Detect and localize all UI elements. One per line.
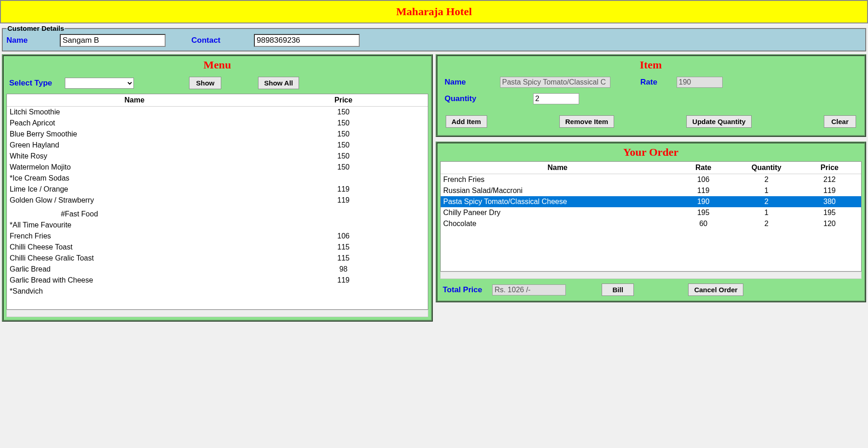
customer-contact-input[interactable] [254, 34, 360, 47]
app-title-bar: Maharaja Hotel [0, 0, 868, 23]
menu-row[interactable]: *Sandvich [7, 286, 428, 297]
customer-contact-label: Contact [191, 36, 247, 45]
menu-row[interactable]: Green Hayland150 [7, 140, 428, 151]
order-col-rate: Rate [672, 164, 735, 172]
menu-row-price: 115 [259, 254, 428, 262]
cancel-order-button[interactable]: Cancel Order [688, 284, 743, 296]
order-hscroll[interactable] [440, 272, 862, 279]
order-col-name: Name [441, 164, 672, 172]
order-grid-header: Name Rate Quantity Price [441, 162, 862, 174]
select-type-dropdown[interactable] [65, 78, 134, 89]
total-price-field: Rs. 1026 /- [492, 284, 566, 295]
menu-row[interactable]: Blue Berry Smoothie150 [7, 129, 428, 140]
menu-row-price: 150 [259, 163, 428, 171]
menu-row-price: 119 [259, 196, 428, 204]
order-row[interactable]: Chocolate602120 [441, 218, 862, 229]
menu-row[interactable]: Garlic Bread98 [7, 264, 428, 275]
menu-row-name: French Fries [7, 232, 259, 240]
add-item-button[interactable]: Add Item [446, 115, 487, 128]
menu-row[interactable]: French Fries106 [7, 231, 428, 242]
order-row[interactable]: Russian Salad/Maccroni1191119 [441, 185, 862, 196]
item-name-label: Name [445, 78, 491, 87]
menu-row-price [259, 174, 428, 182]
menu-row-name: Watermelon Mojito [7, 163, 259, 171]
menu-row-name: Peach Apricot [7, 119, 259, 127]
item-panel: Item Name Pasta Spicy Tomato/Classical C… [436, 54, 867, 137]
order-row-rate: 195 [672, 209, 735, 217]
item-rate-label: Rate [631, 78, 667, 87]
menu-row-name: *Sandvich [7, 287, 259, 295]
menu-row-name: Litchi Smoothie [7, 108, 259, 116]
bill-button[interactable]: Bill [602, 284, 634, 296]
item-rate-field: 190 [677, 77, 723, 88]
menu-row-name: *All Time Favourite [7, 221, 259, 229]
menu-row-price: 150 [259, 130, 428, 138]
menu-row[interactable]: #Fast Food [7, 209, 428, 220]
menu-row-name: Chilli Cheese Toast [7, 243, 259, 251]
update-quantity-button[interactable]: Update Quantity [686, 115, 752, 128]
order-row-name: Chilly Paneer Dry [441, 209, 672, 217]
menu-row-name: #Fast Food [7, 210, 259, 218]
menu-row-price: 98 [259, 265, 428, 273]
item-quantity-input[interactable] [533, 93, 579, 104]
order-row-price: 212 [798, 176, 861, 184]
menu-row[interactable]: Lime Ice / Orange119 [7, 184, 428, 195]
menu-col-name: Name [7, 96, 259, 104]
order-row-rate: 119 [672, 187, 735, 195]
menu-row-name: Lime Ice / Orange [7, 185, 259, 193]
menu-row-price: 119 [259, 185, 428, 193]
total-price-label: Total Price [443, 285, 483, 295]
menu-row[interactable]: *All Time Favourite [7, 220, 428, 231]
order-row-name: French Fries [441, 176, 672, 184]
menu-row-price: 119 [259, 276, 428, 284]
order-row-price: 380 [798, 198, 861, 206]
menu-row-name: Chilli Cheese Gralic Toast [7, 254, 259, 262]
menu-row-name: White Rosy [7, 152, 259, 160]
menu-row-name: Garlic Bread [7, 265, 259, 273]
menu-grid-header: Name Price [7, 94, 428, 107]
order-row[interactable]: Pasta Spicy Tomato/Classical Cheese19023… [441, 196, 862, 207]
order-row[interactable]: French Fries1062212 [441, 174, 862, 185]
menu-row[interactable]: White Rosy150 [7, 151, 428, 162]
order-row-quantity: 2 [735, 176, 798, 184]
order-row-quantity: 1 [735, 209, 798, 217]
customer-name-input[interactable] [60, 34, 166, 47]
menu-row-price: 150 [259, 141, 428, 149]
order-row-name: Russian Salad/Maccroni [441, 187, 672, 195]
order-row-price: 119 [798, 187, 861, 195]
customer-name-label: Name [6, 36, 52, 45]
order-row-rate: 60 [672, 220, 735, 228]
menu-grid[interactable]: Name Price Litchi Smoothie150Peach Apric… [6, 94, 428, 310]
remove-item-button[interactable]: Remove Item [559, 115, 614, 128]
menu-row[interactable]: Garlic Bread with Cheese119 [7, 275, 428, 286]
menu-row-price [259, 221, 428, 229]
menu-row[interactable]: *Ice Cream Sodas [7, 173, 428, 184]
menu-hscroll[interactable] [6, 310, 428, 317]
menu-panel: Menu Select Type Show Show All Name Pric… [2, 54, 433, 322]
menu-row-name: Golden Glow / Strawberry [7, 196, 259, 204]
order-col-price: Price [798, 164, 861, 172]
show-all-button[interactable]: Show All [258, 77, 299, 89]
app-title: Maharaja Hotel [396, 6, 472, 17]
menu-row-name: Green Hayland [7, 141, 259, 149]
menu-row-name: Blue Berry Smoothie [7, 130, 259, 138]
order-row-name: Chocolate [441, 220, 672, 228]
clear-button[interactable]: Clear [824, 115, 856, 128]
show-button[interactable]: Show [189, 77, 221, 89]
menu-row-name: Garlic Bread with Cheese [7, 276, 259, 284]
order-panel: Your Order Name Rate Quantity Price Fren… [436, 142, 867, 302]
menu-row[interactable]: Chilli Cheese Gralic Toast115 [7, 253, 428, 264]
menu-row[interactable]: Litchi Smoothie150 [7, 107, 428, 118]
menu-row[interactable]: Golden Glow / Strawberry119 [7, 195, 428, 206]
order-row-quantity: 2 [735, 220, 798, 228]
menu-row[interactable]: Peach Apricot150 [7, 118, 428, 129]
order-grid[interactable]: Name Rate Quantity Price French Fries106… [440, 161, 862, 272]
item-quantity-label: Quantity [445, 94, 491, 103]
menu-row-price: 115 [259, 243, 428, 251]
menu-row[interactable]: Watermelon Mojito150 [7, 162, 428, 173]
order-col-quantity: Quantity [735, 164, 798, 172]
menu-row[interactable]: Chilli Cheese Toast115 [7, 242, 428, 253]
order-row-price: 195 [798, 209, 861, 217]
order-row[interactable]: Chilly Paneer Dry1951195 [441, 207, 862, 218]
order-row-price: 120 [798, 220, 861, 228]
